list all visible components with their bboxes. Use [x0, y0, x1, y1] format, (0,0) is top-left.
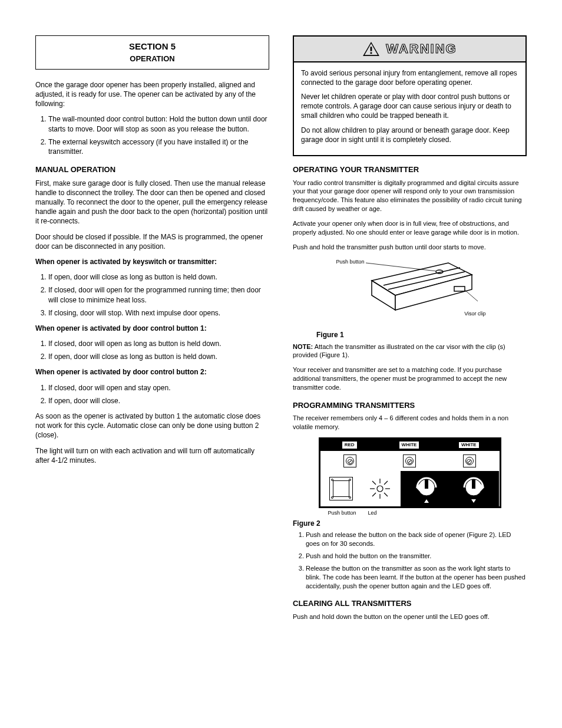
svg-line-12 [465, 290, 478, 301]
section-number: SECTION 5 [42, 41, 263, 52]
svg-line-21 [372, 493, 376, 496]
svg-line-18 [372, 481, 376, 485]
warning-body: To avoid serious personal injury from en… [294, 62, 525, 155]
svg-rect-3 [371, 52, 372, 54]
terminal-label-white-2: WHITE [458, 442, 480, 449]
figure-1-caption: Figure 1 [293, 330, 527, 340]
list-item: If closed, door will open as long as but… [48, 339, 269, 348]
list-item: Push and hold the button on the transmit… [306, 552, 527, 561]
list-item: If open, door will close as long as butt… [48, 272, 269, 282]
list-item: If open, door will close. [48, 396, 269, 406]
limit-knob-down-icon [458, 473, 489, 504]
svg-line-19 [384, 493, 388, 496]
limit-knob-up-icon [411, 473, 442, 504]
transmitter-heading: OPERATING YOUR TRANSMITTER [293, 164, 527, 175]
button1-heading: When opener is activated by door control… [35, 324, 207, 332]
button2-heading: When opener is activated by door control… [35, 368, 207, 376]
led-light-icon [368, 477, 392, 500]
warning-box: WARNING To avoid serious personal injury… [293, 35, 527, 156]
keyswitch-list: If open, door will close as long as butt… [35, 272, 269, 318]
section-title-box: SECTION 5 OPERATION [35, 35, 269, 70]
right-column: WARNING To avoid serious personal injury… [293, 35, 527, 627]
left-column: SECTION 5 OPERATION Once the garage door… [35, 35, 269, 627]
terminal-label-red: RED [342, 442, 357, 449]
callout-push-button-2: Push button [328, 509, 356, 516]
tx-paragraph-2: Activate your opener only when door is i… [293, 219, 527, 237]
note-label: NOTE: [293, 343, 313, 350]
figure-2-caption: Figure 2 [293, 519, 527, 528]
manual-paragraph-1: First, make sure garage door is fully cl… [35, 179, 269, 226]
prog-paragraph: The receiver remembers only 4 – 6 differ… [293, 414, 527, 431]
callout-visor-clip: Visor clip [464, 310, 485, 317]
manual-op-heading: MANUAL OPERATION [35, 164, 269, 175]
list-item: The external keyswitch accessory (if you… [48, 137, 269, 156]
callout-led: Led [368, 509, 377, 516]
list-item: If closed, door will open and stay open. [48, 383, 269, 393]
svg-marker-25 [424, 499, 429, 503]
learn-button-icon [329, 477, 353, 500]
svg-rect-27 [472, 479, 475, 489]
opener-back-panel: RED WHITE WHITE ⊘ ⊘ ⊘ [319, 437, 501, 508]
figure-1: Push button Visor clip [293, 257, 527, 340]
programming-steps: Push and release the button on the back … [293, 531, 527, 590]
svg-rect-23 [425, 479, 428, 489]
callout-push-button: Push button [336, 258, 365, 265]
manual-paragraph-2: Door should be closed if possible. If th… [35, 232, 269, 251]
list-item: If open, door will close as long as butt… [48, 352, 269, 361]
list-item: If closing, door will stop. With next im… [48, 308, 269, 318]
list-item: Push and release the button on the back … [306, 531, 527, 548]
clearing-heading: CLEARING ALL TRANSMITTERS [293, 598, 527, 609]
tx-paragraph-4: Your receiver and transmitter are set to… [293, 365, 527, 392]
programming-heading: PROGRAMMING TRANSMITTERS [293, 400, 527, 411]
terminal-label-white: WHITE [399, 442, 419, 449]
note-text: Attach the transmitter as illustrated on… [293, 343, 505, 359]
list-item: If closed, door will open for the progra… [48, 285, 269, 304]
terminal-screw-icon: ⊘ [403, 454, 416, 467]
note-paragraph: NOTE: Attach the transmitter as illustra… [293, 342, 527, 360]
auto-close-paragraph: As soon as the opener is activated by bu… [35, 411, 269, 440]
tx-paragraph-1: Your radio control transmitter is digita… [293, 179, 527, 213]
keyswitch-heading: When opener is activated by keyswitch or… [35, 258, 217, 266]
button2-list: If closed, door will open and stay open.… [35, 383, 269, 406]
svg-point-13 [377, 486, 383, 492]
section-subtitle: OPERATION [42, 54, 263, 64]
tx-paragraph-3: Push and hold the transmitter push butto… [293, 243, 527, 252]
warning-label: WARNING [386, 40, 457, 58]
intro-paragraph: Once the garage door opener has been pro… [35, 80, 269, 109]
warning-p1: To avoid serious personal injury from en… [301, 68, 518, 87]
svg-rect-2 [371, 47, 372, 51]
terminal-screw-icon: ⊘ [343, 454, 356, 467]
transmitter-illustration [336, 257, 484, 328]
svg-line-11 [366, 263, 437, 271]
warning-p2: Never let children operate or play with … [301, 92, 518, 121]
warning-triangle-icon [362, 41, 380, 57]
clearing-paragraph: Push and hold down the button on the ope… [293, 612, 527, 621]
svg-line-20 [384, 481, 388, 485]
warning-p3: Do not allow children to play around or … [301, 126, 518, 144]
warning-header: WARNING [294, 37, 525, 62]
list-item: Release the button on the transmitter as… [306, 564, 527, 591]
figure-2: RED WHITE WHITE ⊘ ⊘ ⊘ [293, 437, 527, 528]
activation-list: The wall-mounted door control button: Ho… [35, 114, 269, 156]
light-paragraph: The light will turn on with each activat… [35, 446, 269, 465]
svg-rect-10 [454, 286, 465, 291]
svg-marker-29 [471, 499, 476, 503]
list-item: The wall-mounted door control button: Ho… [48, 114, 269, 133]
button1-list: If closed, door will open as long as but… [35, 339, 269, 361]
terminal-screw-icon: ⊘ [463, 454, 476, 467]
